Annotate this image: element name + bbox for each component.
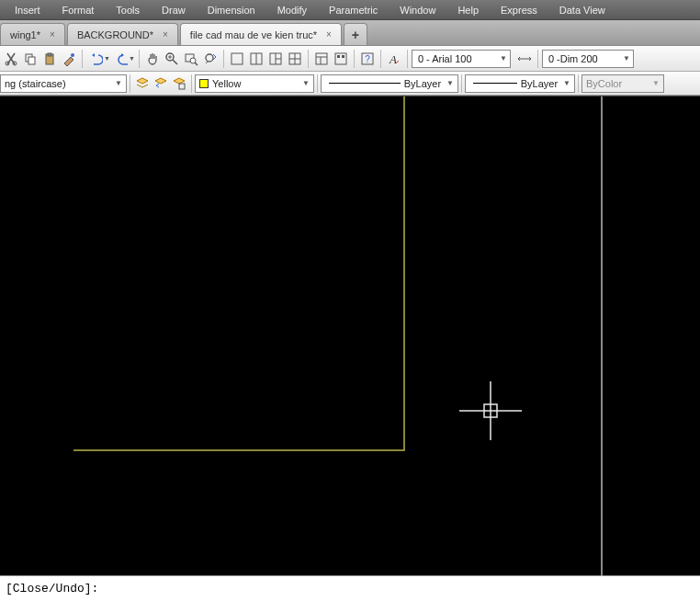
- svg-rect-29: [342, 55, 344, 58]
- cut-icon[interactable]: [2, 50, 20, 68]
- color-dropdown[interactable]: Yellow ▼: [195, 74, 314, 93]
- text-style-dropdown[interactable]: 0 - Arial 100 ▼: [412, 50, 511, 68]
- menu-tools[interactable]: Tools: [105, 2, 151, 18]
- linetype-dropdown[interactable]: ByLayer ▼: [321, 74, 458, 93]
- tab-label: BACKGROUND*: [77, 29, 153, 40]
- separator: [537, 50, 538, 68]
- viewport-three-icon[interactable]: [266, 50, 285, 68]
- chevron-down-icon: ▼: [652, 79, 660, 87]
- text-style-value: 0 - Arial 100: [418, 53, 472, 64]
- svg-point-14: [206, 54, 213, 62]
- svg-rect-15: [231, 53, 243, 64]
- separator: [308, 50, 309, 68]
- drawing-content: [0, 96, 700, 576]
- separator: [354, 50, 355, 68]
- design-center-icon[interactable]: [332, 50, 350, 68]
- chevron-down-icon: ▼: [115, 79, 122, 87]
- chevron-down-icon: ▼: [617, 54, 630, 62]
- svg-rect-3: [28, 57, 35, 64]
- menu-window[interactable]: Window: [389, 2, 446, 18]
- menu-parametric[interactable]: Parametric: [318, 2, 389, 18]
- zoom-realtime-icon[interactable]: [163, 50, 181, 68]
- viewport-four-icon[interactable]: [286, 50, 304, 68]
- dropdown-caret-icon[interactable]: ▼: [129, 55, 135, 62]
- pan-icon[interactable]: [143, 50, 162, 68]
- separator: [82, 50, 83, 68]
- zoom-previous-icon[interactable]: [201, 50, 220, 68]
- menu-draw[interactable]: Draw: [151, 2, 197, 18]
- linetype-preview: [329, 83, 401, 84]
- layer-name: ng (staircase): [5, 78, 66, 89]
- separator: [578, 74, 579, 93]
- chevron-down-icon: ▼: [302, 79, 310, 87]
- tab-label: wing1*: [10, 29, 40, 40]
- zoom-window-icon[interactable]: [182, 50, 200, 68]
- plus-icon: +: [352, 28, 359, 42]
- document-tab[interactable]: wing1* ×: [0, 23, 65, 45]
- svg-rect-28: [337, 55, 340, 58]
- lineweight-label: ByLayer: [521, 78, 558, 89]
- dropdown-caret-icon[interactable]: ▼: [104, 55, 110, 62]
- svg-point-6: [71, 53, 74, 57]
- svg-rect-5: [48, 53, 51, 56]
- color-swatch: [199, 79, 209, 88]
- close-icon[interactable]: ×: [163, 29, 168, 40]
- chevron-down-icon: ▼: [563, 79, 570, 87]
- color-label: Yellow: [212, 78, 241, 89]
- document-tab-bar: wing1* × BACKGROUND* × file cad mau de v…: [0, 20, 700, 46]
- lineweight-dropdown[interactable]: ByLayer ▼: [465, 74, 575, 93]
- separator: [191, 74, 192, 93]
- menu-help[interactable]: Help: [446, 2, 490, 18]
- command-line[interactable]: [Close/Undo]:: [0, 575, 700, 601]
- toolbar-main: ▼ ▼ ? A 0 - Arial 100 ▼ 0 -Dim 200 ▼: [0, 46, 700, 72]
- tab-label: file cad mau de ve kien truc*: [190, 29, 317, 40]
- svg-text:?: ?: [365, 54, 370, 64]
- drawing-canvas[interactable]: [0, 96, 700, 575]
- layer-state-icon[interactable]: [133, 74, 152, 93]
- separator: [139, 50, 140, 68]
- viewport-single-icon[interactable]: [228, 50, 246, 68]
- document-tab[interactable]: BACKGROUND* ×: [67, 23, 178, 45]
- svg-text:A: A: [389, 52, 397, 66]
- menu-format[interactable]: Format: [51, 2, 106, 18]
- dim-style-dropdown[interactable]: 0 -Dim 200 ▼: [542, 50, 634, 68]
- svg-rect-27: [335, 53, 346, 64]
- close-icon[interactable]: ×: [326, 29, 332, 40]
- svg-rect-34: [179, 84, 185, 89]
- match-properties-icon[interactable]: [60, 50, 78, 68]
- menu-dataview[interactable]: Data View: [548, 2, 616, 18]
- redo-icon[interactable]: [111, 50, 130, 68]
- close-icon[interactable]: ×: [50, 29, 55, 40]
- new-tab-button[interactable]: +: [344, 23, 367, 45]
- help-icon[interactable]: ?: [358, 50, 377, 68]
- dim-style-icon[interactable]: [515, 50, 534, 68]
- paste-icon[interactable]: [40, 50, 59, 68]
- svg-rect-24: [316, 53, 327, 64]
- svg-line-8: [173, 60, 177, 64]
- menu-insert[interactable]: Insert: [4, 2, 51, 18]
- layer-previous-icon[interactable]: [152, 74, 170, 93]
- text-style-icon[interactable]: A: [385, 50, 403, 68]
- copy-icon[interactable]: [21, 50, 40, 68]
- menu-express[interactable]: Express: [490, 2, 548, 18]
- layer-dropdown[interactable]: ng (staircase) ▼: [0, 74, 127, 93]
- layer-properties-icon[interactable]: [170, 74, 188, 93]
- dim-style-value: 0 -Dim 200: [548, 53, 598, 64]
- separator: [130, 74, 130, 93]
- separator: [380, 50, 381, 68]
- chevron-down-icon: ▼: [446, 79, 454, 87]
- toolbar-layer: ng (staircase) ▼ Yellow ▼ ByLayer ▼ ByLa…: [0, 72, 700, 96]
- document-tab-active[interactable]: file cad mau de ve kien truc* ×: [180, 23, 342, 45]
- separator: [407, 50, 408, 68]
- separator: [461, 74, 462, 93]
- menu-bar: Insert Format Tools Draw Dimension Modif…: [0, 0, 700, 20]
- plotstyle-dropdown[interactable]: ByColor ▼: [581, 74, 664, 93]
- properties-icon[interactable]: [312, 50, 331, 68]
- menu-modify[interactable]: Modify: [266, 2, 318, 18]
- menu-dimension[interactable]: Dimension: [197, 2, 266, 18]
- command-prompt: [Close/Undo]:: [6, 582, 98, 595]
- svg-line-13: [195, 62, 198, 65]
- undo-icon[interactable]: [86, 50, 105, 68]
- plotstyle-label: ByColor: [586, 78, 622, 89]
- viewport-two-icon[interactable]: [247, 50, 265, 68]
